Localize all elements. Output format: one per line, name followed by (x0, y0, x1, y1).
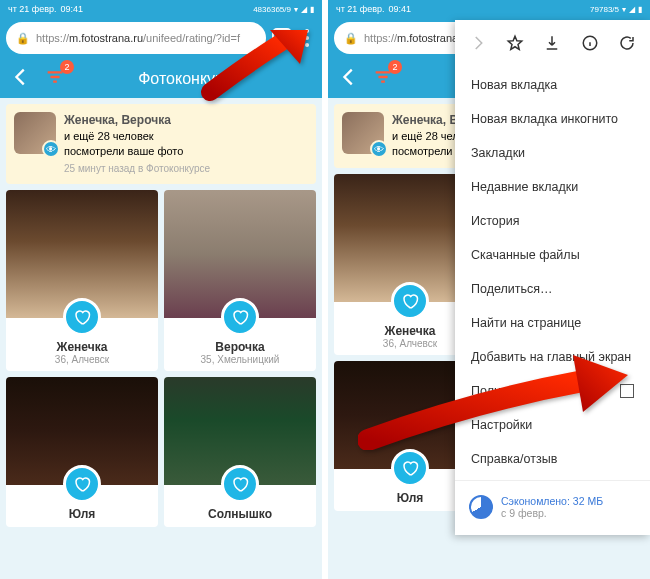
phone-left: чт 21 февр. 09:41 4836365/9 ▾ ◢ ▮ 🔒 http… (0, 0, 322, 579)
menu-item-find[interactable]: Найти на странице (455, 306, 650, 340)
status-net: 79783/5 (590, 5, 619, 14)
menu-item-settings[interactable]: Настройки (455, 408, 650, 442)
menu-item-recent-tabs[interactable]: Недавние вкладки (455, 170, 650, 204)
lock-icon: 🔒 (16, 32, 30, 45)
card-location: 35, Хмельницкий (164, 354, 316, 365)
card-name: Солнышко (164, 507, 316, 521)
menu-item-bookmarks[interactable]: Закладки (455, 136, 650, 170)
battery-icon: ▮ (638, 5, 642, 14)
notif-avatar: 👁 (342, 112, 384, 154)
notif-line2: посмотрели ваше фото (64, 144, 210, 159)
like-button[interactable] (221, 298, 259, 336)
menu-item-downloads[interactable]: Скачанные файлы (455, 238, 650, 272)
page-title: Фотоконкурс (58, 70, 312, 88)
lock-icon: 🔒 (344, 32, 358, 45)
status-net: 4836365/9 (253, 5, 291, 14)
photo-grid: Женечка 36, Алчевск Верочка 35, Хмельниц… (0, 190, 322, 371)
desktop-checkbox[interactable] (620, 384, 634, 398)
like-button[interactable] (221, 465, 259, 503)
menu-toolbar (455, 26, 650, 68)
status-bar: чт 21 февр. 09:41 4836365/9 ▾ ◢ ▮ (0, 0, 322, 18)
wifi-icon: ▾ (622, 5, 626, 14)
content-area: 👁 Женечка, Верочка и ещё 28 человек посм… (0, 98, 322, 579)
data-saver-sub: с 9 февр. (501, 507, 603, 519)
status-time: 09:41 (61, 4, 84, 14)
photo-card[interactable]: Верочка 35, Хмельницкий (164, 190, 316, 371)
photo-card[interactable]: Юля (6, 377, 158, 527)
status-time: 09:41 (389, 4, 412, 14)
menu-item-add-home[interactable]: Добавить на главный экран (455, 340, 650, 374)
url-bar: 🔒 https://m.fotostrana.ru/unifeed/rating… (6, 20, 316, 56)
status-bar: чт 21 февр. 09:41 79783/5 ▾ ◢ ▮ (328, 0, 650, 18)
info-icon[interactable] (581, 34, 599, 56)
tab-count[interactable]: 6 (272, 28, 292, 48)
status-date: чт 21 февр. (336, 4, 385, 14)
filter-badge: 2 (388, 60, 402, 74)
filter-button[interactable]: 2 (44, 66, 66, 92)
card-location: 36, Алчевск (6, 354, 158, 365)
like-button[interactable] (63, 465, 101, 503)
menu-item-new-tab[interactable]: Новая вкладка (455, 68, 650, 102)
photo-card[interactable]: Солнышко (164, 377, 316, 527)
download-icon[interactable] (543, 34, 561, 56)
filter-badge: 2 (60, 60, 74, 74)
card-name: Юля (6, 507, 158, 521)
menu-item-history[interactable]: История (455, 204, 650, 238)
eye-icon: 👁 (42, 140, 60, 158)
forward-icon[interactable] (469, 34, 487, 56)
menu-item-desktop[interactable]: Полная версия (455, 374, 650, 408)
like-button[interactable] (391, 282, 429, 320)
browser-menu: Новая вкладка Новая вкладка инкогнито За… (455, 20, 650, 535)
url-field[interactable]: 🔒 https://m.fotostrana.ru/unifeed/rating… (6, 22, 266, 54)
notif-title: Женечка, Верочка (64, 112, 210, 129)
photo-grid: Юля Солнышко (0, 377, 322, 527)
photo-card[interactable]: Женечка 36, Алчевск (6, 190, 158, 371)
card-name: Женечка (6, 340, 158, 354)
data-saver-row[interactable]: Сэкономлено: 32 МБ с 9 февр. (455, 485, 650, 529)
menu-separator (455, 480, 650, 481)
menu-item-share[interactable]: Поделиться… (455, 272, 650, 306)
notif-time: 25 минут назад в Фотоконкурсе (64, 162, 210, 176)
phone-right: чт 21 февр. 09:41 79783/5 ▾ ◢ ▮ 🔒 https:… (328, 0, 650, 579)
card-name: Верочка (164, 340, 316, 354)
filter-button[interactable]: 2 (372, 66, 394, 92)
like-button[interactable] (63, 298, 101, 336)
menu-item-help[interactable]: Справка/отзыв (455, 442, 650, 476)
like-button[interactable] (391, 449, 429, 487)
notif-sub: и ещё 28 человек (64, 129, 210, 144)
status-date: чт 21 февр. (8, 4, 57, 14)
menu-dots-icon[interactable] (298, 29, 316, 47)
notif-avatar: 👁 (14, 112, 56, 154)
data-saver-title: Сэкономлено: 32 МБ (501, 495, 603, 507)
star-icon[interactable] (506, 34, 524, 56)
eye-icon: 👁 (370, 140, 388, 158)
back-button[interactable] (338, 66, 360, 92)
signal-icon: ◢ (629, 5, 635, 14)
menu-item-incognito[interactable]: Новая вкладка инкогнито (455, 102, 650, 136)
wifi-icon: ▾ (294, 5, 298, 14)
back-button[interactable] (10, 66, 32, 92)
battery-icon: ▮ (310, 5, 314, 14)
signal-icon: ◢ (301, 5, 307, 14)
page-header: 2 Фотоконкурс (0, 60, 322, 98)
notification-card[interactable]: 👁 Женечка, Верочка и ещё 28 человек посм… (6, 104, 316, 184)
data-saver-icon (469, 495, 493, 519)
reload-icon[interactable] (618, 34, 636, 56)
